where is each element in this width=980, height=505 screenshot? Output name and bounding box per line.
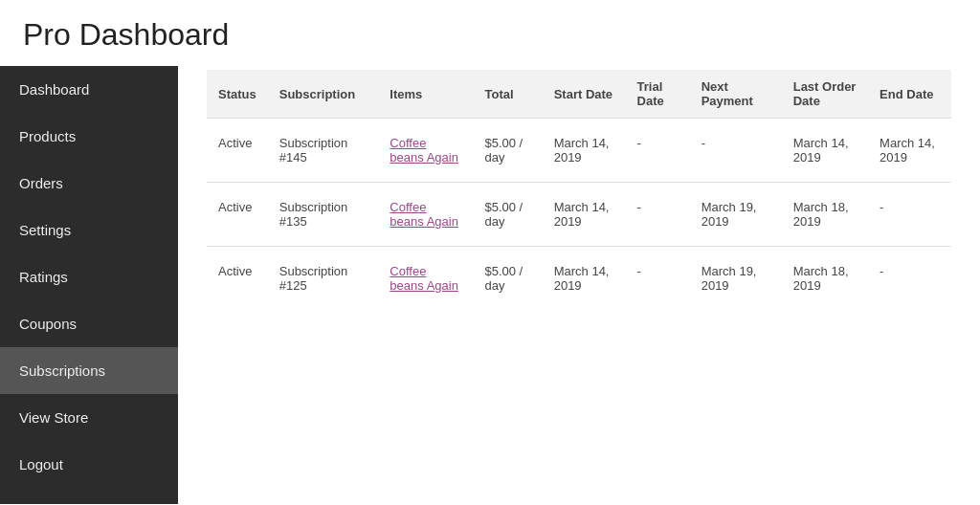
- item-link[interactable]: Coffee beans Again: [390, 264, 458, 293]
- table-body: ActiveSubscription #145Coffee beans Agai…: [207, 119, 951, 311]
- col-header-trial_date: Trial Date: [626, 70, 690, 119]
- sidebar-item-coupons[interactable]: Coupons: [0, 300, 178, 347]
- col-header-total: Total: [473, 70, 542, 119]
- table-row: ActiveSubscription #125Coffee beans Agai…: [207, 247, 951, 311]
- cell-items[interactable]: Coffee beans Again: [378, 183, 473, 247]
- cell-end_date: -: [868, 183, 951, 247]
- table-header: StatusSubscriptionItemsTotalStart DateTr…: [207, 70, 951, 119]
- sidebar-item-settings[interactable]: Settings: [0, 207, 178, 253]
- sidebar-item-products[interactable]: Products: [0, 113, 178, 160]
- sidebar-item-orders[interactable]: Orders: [0, 160, 178, 207]
- col-header-subscription: Subscription: [268, 70, 379, 119]
- cell-status: Active: [207, 247, 268, 311]
- sidebar-item-logout[interactable]: Logout: [0, 441, 178, 488]
- cell-last_order_date: March 14, 2019: [782, 119, 868, 183]
- cell-status: Active: [207, 119, 268, 183]
- cell-start_date: March 14, 2019: [543, 119, 626, 183]
- col-header-status: Status: [207, 70, 268, 119]
- cell-subscription: Subscription #125: [268, 247, 379, 311]
- page-title: Pro Dashboard: [0, 0, 980, 66]
- sidebar-item-view-store[interactable]: View Store: [0, 394, 178, 441]
- sidebar: DashboardProductsOrdersSettingsRatingsCo…: [0, 66, 178, 504]
- col-header-next_payment: Next Payment: [690, 70, 782, 119]
- sidebar-item-ratings[interactable]: Ratings: [0, 253, 178, 300]
- cell-trial_date: -: [626, 247, 690, 311]
- col-header-end_date: End Date: [868, 70, 951, 119]
- cell-next_payment: March 19, 2019: [690, 247, 782, 311]
- cell-total: $5.00 / day: [473, 119, 542, 183]
- cell-last_order_date: March 18, 2019: [782, 183, 868, 247]
- cell-start_date: March 14, 2019: [543, 247, 626, 311]
- table-row: ActiveSubscription #145Coffee beans Agai…: [207, 119, 951, 183]
- cell-items[interactable]: Coffee beans Again: [378, 119, 473, 183]
- cell-start_date: March 14, 2019: [543, 183, 626, 247]
- layout: DashboardProductsOrdersSettingsRatingsCo…: [0, 66, 980, 504]
- subscriptions-table: StatusSubscriptionItemsTotalStart DateTr…: [207, 70, 951, 310]
- cell-next_payment: -: [690, 119, 782, 183]
- sidebar-item-subscriptions[interactable]: Subscriptions: [0, 347, 178, 394]
- cell-total: $5.00 / day: [473, 247, 542, 311]
- item-link[interactable]: Coffee beans Again: [390, 136, 458, 165]
- cell-end_date: -: [868, 247, 951, 311]
- cell-status: Active: [207, 183, 268, 247]
- cell-trial_date: -: [626, 119, 690, 183]
- col-header-start_date: Start Date: [543, 70, 626, 119]
- col-header-items: Items: [378, 70, 473, 119]
- cell-next_payment: March 19, 2019: [690, 183, 782, 247]
- sidebar-item-dashboard[interactable]: Dashboard: [0, 66, 178, 113]
- cell-trial_date: -: [626, 183, 690, 247]
- table-header-row: StatusSubscriptionItemsTotalStart DateTr…: [207, 70, 951, 119]
- cell-subscription: Subscription #145: [268, 119, 379, 183]
- col-header-last_order_date: Last Order Date: [782, 70, 868, 119]
- cell-items[interactable]: Coffee beans Again: [378, 247, 473, 311]
- cell-end_date: March 14, 2019: [868, 119, 951, 183]
- cell-subscription: Subscription #135: [268, 183, 379, 247]
- cell-last_order_date: March 18, 2019: [782, 247, 868, 311]
- table-row: ActiveSubscription #135Coffee beans Agai…: [207, 183, 951, 247]
- item-link[interactable]: Coffee beans Again: [390, 200, 458, 229]
- cell-total: $5.00 / day: [473, 183, 542, 247]
- main-content: StatusSubscriptionItemsTotalStart DateTr…: [178, 66, 980, 504]
